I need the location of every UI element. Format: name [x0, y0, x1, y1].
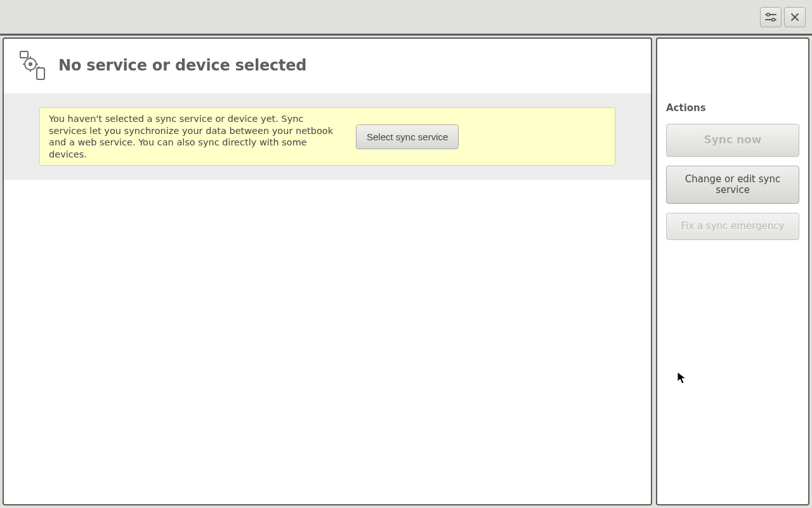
svg-point-8: [29, 62, 32, 66]
titlebar: [0, 0, 812, 36]
sliders-icon: [765, 12, 776, 22]
info-strip: You haven't selected a sync service or d…: [4, 93, 651, 180]
main-header: No service or device selected: [4, 39, 651, 93]
info-message: You haven't selected a sync service or d…: [49, 113, 341, 160]
close-icon: [790, 13, 799, 22]
select-sync-service-button[interactable]: Select sync service: [356, 124, 459, 149]
change-sync-service-button[interactable]: Change or edit sync service: [666, 166, 799, 204]
settings-toggle-button[interactable]: [760, 7, 782, 27]
actions-panel: Actions Sync now Change or edit sync ser…: [656, 37, 809, 505]
window-body: No service or device selected You haven'…: [3, 37, 809, 505]
sync-now-button: Sync now: [666, 124, 799, 157]
svg-point-3: [772, 18, 775, 20]
info-banner: You haven't selected a sync service or d…: [39, 107, 615, 166]
svg-point-2: [767, 13, 769, 15]
sync-service-icon: [16, 50, 47, 81]
main-panel: No service or device selected You haven'…: [3, 37, 652, 505]
fix-sync-emergency-button: Fix a sync emergency: [666, 213, 799, 240]
page-title: No service or device selected: [58, 57, 306, 74]
close-button[interactable]: [784, 7, 806, 27]
svg-rect-6: [20, 51, 28, 58]
actions-heading: Actions: [666, 102, 799, 114]
